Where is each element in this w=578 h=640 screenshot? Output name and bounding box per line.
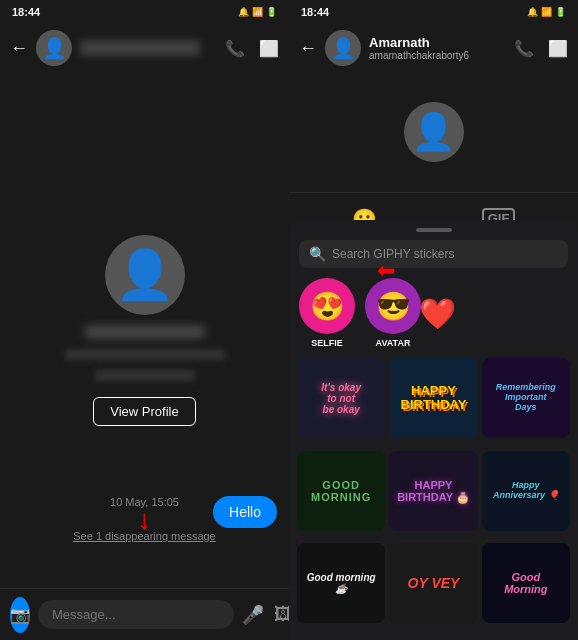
right-profile-avatar-icon: 👤 (411, 111, 456, 153)
sticker-item-6[interactable]: HappyAnniversary 🎈 (482, 451, 570, 531)
sticker-text-2: HAPPYBIRTHDAY (397, 380, 471, 417)
camera-button[interactable]: 📷 (10, 597, 30, 633)
right-call-button[interactable]: 📞 (514, 39, 534, 58)
profile-avatar: 👤 (105, 235, 185, 315)
sticker-item-8[interactable]: OY VEY (389, 543, 477, 623)
right-chat-upper: 👤 (289, 72, 578, 192)
left-bottom-bar: 📷 🎤 🖼 😊 (0, 588, 289, 640)
selfie-icon: 😍 (299, 278, 355, 334)
sticker-text-6: HappyAnniversary 🎈 (489, 477, 563, 505)
left-back-button[interactable]: ← (10, 38, 28, 59)
right-time: 18:44 (301, 6, 329, 18)
red-arrow-down: ↓ (138, 504, 152, 536)
left-time: 18:44 (12, 6, 40, 18)
selfie-label: SELFIE (311, 338, 343, 348)
right-avatar-icon: 👤 (331, 36, 356, 60)
right-header-title: Amarnath amarnathchakraborty6 (369, 35, 506, 61)
giphy-search-input[interactable] (332, 247, 558, 261)
right-back-button[interactable]: ← (299, 38, 317, 59)
sticker-item-9[interactable]: GoodMorning (482, 543, 570, 623)
hello-bubble-container: Hello (213, 496, 277, 528)
profile-section: 👤 View Profile (65, 235, 225, 426)
giphy-handle (416, 228, 452, 232)
sticker-text-1: It's okayto notbe okay (317, 378, 365, 419)
left-status-icons: 🔔 📶 🔋 (238, 7, 277, 17)
left-header-actions: 📞 ⬜ (225, 39, 279, 58)
avatar-label: AVATAR (376, 338, 411, 348)
sticker-item-5[interactable]: HAPPYBIRTHDAY 🎂 (389, 451, 477, 531)
heart-icon: ❤️ (419, 296, 456, 331)
sticker-item-2[interactable]: HAPPYBIRTHDAY (389, 358, 477, 438)
left-avatar-icon: 👤 (42, 36, 67, 60)
sticker-cat-selfie[interactable]: 😍 SELFIE (299, 278, 355, 348)
right-chat-header: ← 👤 Amarnath amarnathchakraborty6 📞 ⬜ (289, 24, 578, 72)
right-status-bar: 18:44 🔔 📶 🔋 (289, 0, 578, 24)
sticker-text-7: Good morning ☕ (297, 568, 385, 598)
contact-name-blur (85, 325, 205, 339)
message-input[interactable] (38, 600, 234, 629)
search-icon: 🔍 (309, 246, 326, 262)
contact-info-blur1 (65, 349, 225, 360)
sticker-categories: 😍 SELFIE 😎 AVATAR ⬅ ❤️ (289, 278, 578, 358)
left-panel: 18:44 🔔 📶 🔋 ← 👤 📞 ⬜ 👤 View Profil (0, 0, 289, 640)
left-call-button[interactable]: 📞 (225, 39, 245, 58)
right-header-avatar: 👤 (325, 30, 361, 66)
sticker-text-5: HAPPYBIRTHDAY 🎂 (393, 475, 474, 507)
left-video-button[interactable]: ⬜ (259, 39, 279, 58)
sticker-text-9: GoodMorning (500, 567, 551, 599)
mic-icon[interactable]: 🎤 (242, 604, 264, 626)
right-panel: 18:44 🔔 📶 🔋 ← 👤 Amarnath amarnathchakrab… (289, 0, 578, 640)
sticker-text-8: OY VEY (404, 572, 464, 595)
left-chat-header: ← 👤 📞 ⬜ (0, 24, 289, 72)
left-header-avatar: 👤 (36, 30, 72, 66)
left-chat-area: 👤 View Profile 10 May, 15:05 Hello See 1… (0, 72, 289, 588)
sticker-cat-avatar[interactable]: 😎 AVATAR (365, 278, 421, 348)
left-header-title (80, 41, 217, 55)
sticker-item-4[interactable]: GOODMORNING (297, 451, 385, 531)
camera-icon: 📷 (10, 605, 30, 624)
contact-info-blur2 (95, 370, 195, 381)
view-profile-button[interactable]: View Profile (93, 397, 195, 426)
right-profile-avatar: 👤 (404, 102, 464, 162)
right-video-button[interactable]: ⬜ (548, 39, 568, 58)
sticker-text-3: RememberingImportantDays (492, 379, 560, 417)
left-contact-name-blurred (80, 41, 200, 55)
left-status-bar: 18:44 🔔 📶 🔋 (0, 0, 289, 24)
sticker-item-1[interactable]: It's okayto notbe okay (297, 358, 385, 438)
hello-message-bubble: Hello (213, 496, 277, 528)
sticker-grid: It's okayto notbe okay HAPPYBIRTHDAY Rem… (289, 358, 578, 640)
giphy-search-bar[interactable]: 🔍 (299, 240, 568, 268)
right-contact-name: Amarnath (369, 35, 506, 50)
right-contact-subtitle: amarnathchakraborty6 (369, 50, 506, 61)
profile-avatar-icon: 👤 (115, 247, 175, 303)
red-arrow-avatar: ⬅ (377, 258, 395, 284)
avatar-icon: 😎 (365, 278, 421, 334)
sticker-item-3[interactable]: RememberingImportantDays (482, 358, 570, 438)
right-status-icons: 🔔 📶 🔋 (527, 7, 566, 17)
sticker-item-7[interactable]: Good morning ☕ (297, 543, 385, 623)
right-header-actions: 📞 ⬜ (514, 39, 568, 58)
sticker-text-4: GOODMORNING (307, 475, 375, 507)
giphy-panel: 🔍 😍 SELFIE 😎 AVATAR ⬅ ❤️ (289, 220, 578, 640)
